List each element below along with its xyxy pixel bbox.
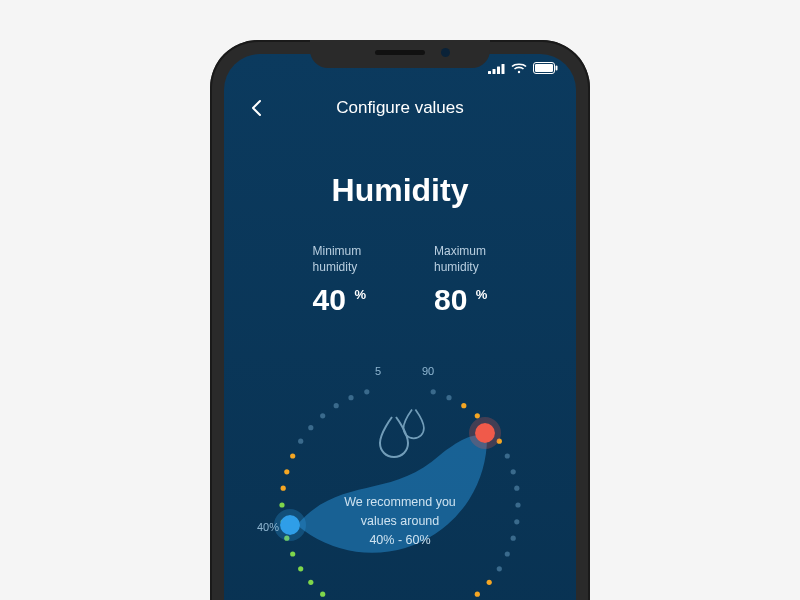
- max-humidity-block: Maximum humidity 80 %: [434, 243, 487, 317]
- svg-rect-7: [556, 66, 558, 71]
- droplet-icon: [380, 410, 424, 458]
- dial-tick-5: 5: [375, 365, 381, 377]
- svg-rect-6: [535, 64, 553, 72]
- dial-dot: [284, 470, 289, 475]
- recommend-line2: values around: [310, 512, 490, 531]
- max-humidity-value: 80: [434, 283, 467, 317]
- dial-dot: [431, 390, 436, 395]
- svg-point-4: [518, 70, 520, 72]
- min-humidity-block: Minimum humidity 40 %: [313, 243, 366, 317]
- dial-dot: [446, 395, 451, 400]
- svg-rect-0: [488, 71, 491, 74]
- dial-dot: [505, 552, 510, 557]
- dial-dot: [298, 567, 303, 572]
- dial-dot: [364, 390, 369, 395]
- header-title: Configure values: [268, 98, 532, 118]
- dial-dot: [515, 503, 520, 508]
- dial-dot: [290, 454, 295, 459]
- dial-dot: [281, 486, 286, 491]
- svg-rect-3: [502, 64, 505, 74]
- dial-dot: [348, 395, 353, 400]
- dial-dot: [487, 580, 492, 585]
- dial-tick-90: 90: [422, 365, 434, 377]
- dial-dot: [475, 592, 480, 597]
- page-title: Humidity: [224, 172, 576, 209]
- dial-dot: [290, 552, 295, 557]
- dial-dot: [511, 536, 516, 541]
- dial-dot: [308, 425, 313, 430]
- min-humidity-value: 40: [313, 283, 346, 317]
- dial-dot: [505, 454, 510, 459]
- dial-dot: [320, 414, 325, 419]
- min-handle[interactable]: [280, 515, 300, 535]
- recommend-line1: We recommend you: [310, 493, 490, 512]
- dial-dot: [298, 439, 303, 444]
- phone-screen: Configure values Humidity Minimum humidi…: [224, 54, 576, 600]
- dial-dot: [475, 414, 480, 419]
- max-humidity-label: Maximum humidity: [434, 243, 487, 275]
- dial-dot: [334, 403, 339, 408]
- max-humidity-unit: %: [476, 287, 488, 302]
- svg-rect-2: [497, 66, 500, 74]
- recommend-line3: 40% - 60%: [310, 531, 490, 550]
- phone-notch: [310, 40, 490, 68]
- recommend-text: We recommend you values around 40% - 60%: [310, 493, 490, 549]
- phone-frame: Configure values Humidity Minimum humidi…: [210, 40, 590, 600]
- status-bar: [488, 62, 558, 74]
- dial-dot: [514, 486, 519, 491]
- value-row: Minimum humidity 40 % Maximum humidity 8…: [224, 243, 576, 317]
- min-humidity-unit: %: [354, 287, 366, 302]
- dial-tick-40: 40%: [257, 521, 279, 533]
- back-button[interactable]: [244, 96, 268, 120]
- dial-dot: [497, 567, 502, 572]
- signal-icon: [488, 63, 505, 74]
- dial-dot: [279, 503, 284, 508]
- dial-dot: [511, 470, 516, 475]
- wifi-icon: [511, 63, 527, 74]
- min-humidity-label: Minimum humidity: [313, 243, 366, 275]
- dial-dot: [308, 580, 313, 585]
- dial-dot: [320, 592, 325, 597]
- battery-icon: [533, 62, 558, 74]
- dial-dot: [461, 403, 466, 408]
- humidity-dial[interactable]: 5 90 40% 60% We recommend you values aro…: [250, 345, 550, 600]
- max-handle[interactable]: [475, 423, 495, 443]
- dial-dot: [514, 520, 519, 525]
- svg-rect-1: [493, 69, 496, 74]
